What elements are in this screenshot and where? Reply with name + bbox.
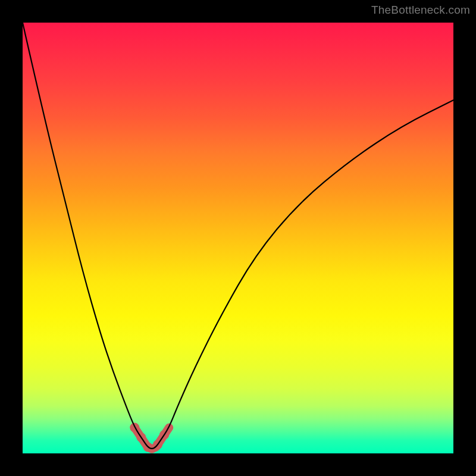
plot-area — [23, 23, 453, 453]
chart-frame: TheBottleneck.com — [0, 0, 476, 476]
curve-layer — [23, 23, 453, 453]
watermark-text: TheBottleneck.com — [371, 4, 470, 17]
bottleneck-curve — [23, 23, 453, 449]
